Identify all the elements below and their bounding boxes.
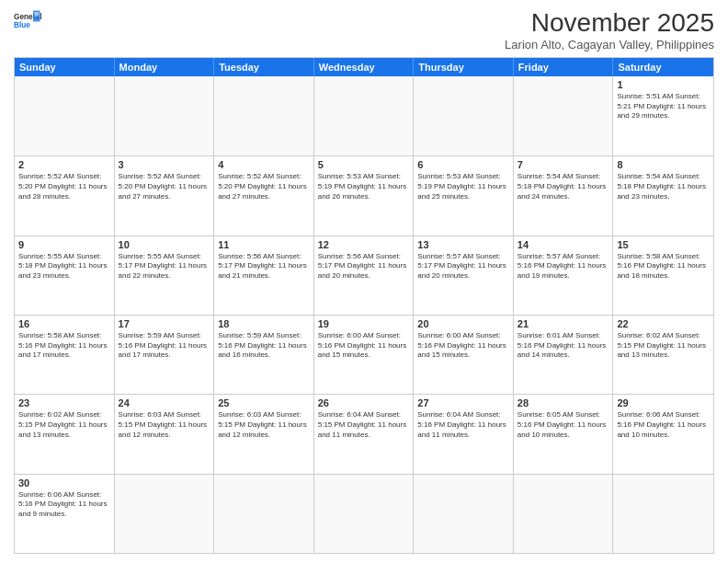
day-info: Sunrise: 6:06 AM Sunset: 5:16 PM Dayligh… [617, 410, 710, 440]
day-cell-18: 18Sunrise: 5:59 AM Sunset: 5:16 PM Dayli… [214, 316, 314, 394]
logo: General Blue [14, 9, 41, 31]
day-header-friday: Friday [514, 58, 614, 76]
day-info: Sunrise: 5:53 AM Sunset: 5:19 PM Dayligh… [417, 172, 509, 201]
day-cell-27: 27Sunrise: 6:04 AM Sunset: 5:16 PM Dayli… [414, 395, 514, 473]
day-info: Sunrise: 6:03 AM Sunset: 5:15 PM Dayligh… [119, 410, 210, 440]
day-cell-11: 11Sunrise: 5:56 AM Sunset: 5:17 PM Dayli… [214, 236, 314, 315]
day-cell-5: 5Sunrise: 5:53 AM Sunset: 5:19 PM Daylig… [314, 156, 415, 235]
day-cell-21: 21Sunrise: 6:01 AM Sunset: 5:16 PM Dayli… [514, 316, 614, 394]
day-info: Sunrise: 5:51 AM Sunset: 5:21 PM Dayligh… [617, 92, 710, 121]
day-cell-8: 8Sunrise: 5:54 AM Sunset: 5:18 PM Daylig… [613, 156, 713, 235]
day-number: 29 [617, 397, 710, 408]
day-cell-13: 13Sunrise: 5:57 AM Sunset: 5:17 PM Dayli… [414, 236, 514, 315]
day-info: Sunrise: 6:02 AM Sunset: 5:15 PM Dayligh… [617, 331, 710, 361]
empty-cell [115, 475, 215, 553]
day-number: 16 [18, 318, 110, 329]
day-cell-9: 9Sunrise: 5:55 AM Sunset: 5:18 PM Daylig… [15, 236, 115, 315]
day-info: Sunrise: 5:52 AM Sunset: 5:20 PM Dayligh… [218, 172, 310, 201]
day-number: 5 [318, 159, 410, 170]
day-number: 20 [417, 318, 509, 329]
day-cell-19: 19Sunrise: 6:00 AM Sunset: 5:16 PM Dayli… [314, 316, 415, 394]
day-number: 21 [518, 318, 609, 329]
day-cell-24: 24Sunrise: 6:03 AM Sunset: 5:15 PM Dayli… [115, 395, 215, 473]
day-cell-20: 20Sunrise: 6:00 AM Sunset: 5:16 PM Dayli… [414, 316, 514, 394]
subtitle: Larion Alto, Cagayan Valley, Philippines [505, 38, 714, 52]
day-info: Sunrise: 5:58 AM Sunset: 5:16 PM Dayligh… [18, 331, 110, 361]
day-number: 26 [318, 397, 410, 408]
empty-cell [514, 475, 614, 553]
day-info: Sunrise: 5:53 AM Sunset: 5:19 PM Dayligh… [318, 172, 410, 201]
day-number: 2 [18, 159, 110, 170]
day-info: Sunrise: 5:57 AM Sunset: 5:16 PM Dayligh… [518, 252, 609, 282]
day-number: 12 [318, 239, 410, 250]
day-number: 28 [518, 397, 609, 408]
day-info: Sunrise: 6:03 AM Sunset: 5:15 PM Dayligh… [218, 410, 310, 440]
day-number: 3 [119, 159, 210, 170]
week-row-3: 9Sunrise: 5:55 AM Sunset: 5:18 PM Daylig… [15, 236, 713, 315]
empty-cell [214, 475, 314, 553]
day-header-saturday: Saturday [613, 58, 713, 76]
month-title: November 2025 [505, 9, 714, 38]
day-info: Sunrise: 5:54 AM Sunset: 5:18 PM Dayligh… [617, 172, 710, 201]
day-header-wednesday: Wednesday [314, 58, 415, 76]
day-number: 15 [617, 239, 710, 250]
header: General Blue November 2025 Larion Alto, … [14, 9, 714, 52]
day-info: Sunrise: 5:52 AM Sunset: 5:20 PM Dayligh… [18, 172, 110, 201]
empty-cell [314, 76, 415, 155]
day-number: 10 [119, 239, 210, 250]
day-cell-4: 4Sunrise: 5:52 AM Sunset: 5:20 PM Daylig… [214, 156, 314, 235]
day-number: 8 [617, 159, 710, 170]
empty-cell [115, 76, 215, 155]
day-info: Sunrise: 6:06 AM Sunset: 5:16 PM Dayligh… [18, 490, 110, 520]
day-number: 13 [417, 239, 509, 250]
day-cell-26: 26Sunrise: 6:04 AM Sunset: 5:15 PM Dayli… [314, 395, 415, 473]
day-info: Sunrise: 5:55 AM Sunset: 5:18 PM Dayligh… [18, 252, 110, 282]
day-cell-10: 10Sunrise: 5:55 AM Sunset: 5:17 PM Dayli… [115, 236, 215, 315]
title-block: November 2025 Larion Alto, Cagayan Valle… [505, 9, 714, 52]
day-info: Sunrise: 5:56 AM Sunset: 5:17 PM Dayligh… [318, 252, 410, 282]
empty-cell [414, 76, 514, 155]
day-number: 27 [417, 397, 509, 408]
day-info: Sunrise: 6:02 AM Sunset: 5:15 PM Dayligh… [18, 410, 110, 440]
day-header-tuesday: Tuesday [214, 58, 314, 76]
day-number: 18 [218, 318, 310, 329]
day-number: 22 [617, 318, 710, 329]
week-row-4: 16Sunrise: 5:58 AM Sunset: 5:16 PM Dayli… [15, 315, 713, 394]
day-number: 1 [617, 79, 710, 90]
day-cell-2: 2Sunrise: 5:52 AM Sunset: 5:20 PM Daylig… [15, 156, 115, 235]
day-number: 7 [518, 159, 609, 170]
day-info: Sunrise: 5:57 AM Sunset: 5:17 PM Dayligh… [417, 252, 509, 282]
calendar-body: 1Sunrise: 5:51 AM Sunset: 5:21 PM Daylig… [15, 76, 713, 553]
svg-text:Blue: Blue [14, 21, 30, 29]
day-cell-3: 3Sunrise: 5:52 AM Sunset: 5:20 PM Daylig… [115, 156, 215, 235]
day-number: 23 [18, 397, 110, 408]
day-cell-28: 28Sunrise: 6:05 AM Sunset: 5:16 PM Dayli… [514, 395, 614, 473]
day-cell-7: 7Sunrise: 5:54 AM Sunset: 5:18 PM Daylig… [514, 156, 614, 235]
day-info: Sunrise: 5:52 AM Sunset: 5:20 PM Dayligh… [119, 172, 210, 201]
day-cell-25: 25Sunrise: 6:03 AM Sunset: 5:15 PM Dayli… [214, 395, 314, 473]
day-number: 4 [218, 159, 310, 170]
day-cell-22: 22Sunrise: 6:02 AM Sunset: 5:15 PM Dayli… [613, 316, 713, 394]
day-number: 14 [518, 239, 609, 250]
empty-cell [414, 475, 514, 553]
empty-cell [214, 76, 314, 155]
page: General Blue November 2025 Larion Alto, … [0, 0, 728, 563]
day-number: 11 [218, 239, 310, 250]
day-info: Sunrise: 5:56 AM Sunset: 5:17 PM Dayligh… [218, 252, 310, 282]
day-info: Sunrise: 5:59 AM Sunset: 5:16 PM Dayligh… [218, 331, 310, 361]
day-number: 9 [18, 239, 110, 250]
day-number: 24 [119, 397, 210, 408]
day-number: 30 [18, 477, 110, 488]
week-row-2: 2Sunrise: 5:52 AM Sunset: 5:20 PM Daylig… [15, 155, 713, 235]
week-row-1: 1Sunrise: 5:51 AM Sunset: 5:21 PM Daylig… [15, 76, 713, 155]
day-header-monday: Monday [115, 58, 215, 76]
day-cell-15: 15Sunrise: 5:58 AM Sunset: 5:16 PM Dayli… [613, 236, 713, 315]
empty-cell [613, 475, 713, 553]
calendar: SundayMondayTuesdayWednesdayThursdayFrid… [14, 57, 714, 554]
day-info: Sunrise: 5:58 AM Sunset: 5:16 PM Dayligh… [617, 252, 710, 282]
day-cell-1: 1Sunrise: 5:51 AM Sunset: 5:21 PM Daylig… [613, 76, 713, 155]
day-info: Sunrise: 6:00 AM Sunset: 5:16 PM Dayligh… [417, 331, 509, 361]
day-info: Sunrise: 5:55 AM Sunset: 5:17 PM Dayligh… [119, 252, 210, 282]
empty-cell [15, 76, 115, 155]
day-header-sunday: Sunday [15, 58, 115, 76]
